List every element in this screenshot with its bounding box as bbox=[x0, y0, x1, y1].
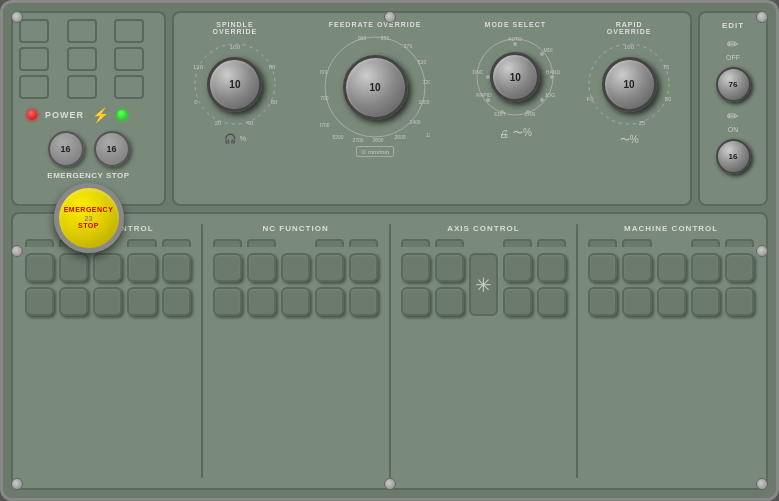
mode-wave-icon: 〜% bbox=[513, 126, 532, 140]
svg-text:RAPID: RAPID bbox=[477, 92, 493, 98]
spindle-btn-8[interactable] bbox=[93, 287, 122, 316]
joystick-star-icon: ✳ bbox=[475, 275, 492, 295]
nc-tab-2 bbox=[247, 239, 276, 247]
grid-btn-1[interactable] bbox=[19, 19, 49, 43]
machine-btn-9[interactable] bbox=[691, 287, 720, 316]
edit-on-knob[interactable]: 16 bbox=[716, 139, 751, 174]
screw-bm bbox=[384, 478, 396, 490]
nc-btn-1[interactable] bbox=[213, 253, 242, 282]
machine-btn-2[interactable] bbox=[622, 253, 651, 282]
grid-btn-4[interactable] bbox=[19, 47, 49, 71]
spindle-unit: % bbox=[240, 135, 246, 142]
machine-btn-8[interactable] bbox=[657, 287, 686, 316]
grid-btn-3[interactable] bbox=[114, 19, 144, 43]
nc-btn-10[interactable] bbox=[349, 287, 378, 316]
spindle-btn-1[interactable] bbox=[25, 253, 54, 282]
mode-select-knob-area: AUTO MDI HANDLE JOG DNC RAPID EDIT ZRN bbox=[470, 32, 560, 122]
power-btn-right-value: 16 bbox=[106, 144, 116, 154]
spindle-btn-6[interactable] bbox=[25, 287, 54, 316]
axis-btn-9[interactable] bbox=[503, 287, 532, 316]
mode-select-knob[interactable]: 10 bbox=[490, 52, 540, 102]
svg-text:370: 370 bbox=[404, 43, 413, 49]
nc-tab-3 bbox=[315, 239, 344, 247]
nc-btn-9[interactable] bbox=[315, 287, 344, 316]
axis-btn-4[interactable] bbox=[503, 253, 532, 282]
svg-point-36 bbox=[540, 98, 544, 102]
machine-btn-6[interactable] bbox=[588, 287, 617, 316]
grid-btn-6[interactable] bbox=[114, 47, 144, 71]
main-controls: SPINDLEOVERRIDE 100 80 60 40 20 0 120 bbox=[172, 11, 692, 206]
machine-btn-3[interactable] bbox=[657, 253, 686, 282]
svg-text:0: 0 bbox=[194, 99, 198, 105]
axis-btn-1[interactable] bbox=[401, 253, 430, 282]
spindle-btn-5[interactable] bbox=[162, 253, 191, 282]
svg-text:DNC: DNC bbox=[473, 69, 484, 75]
axis-joystick[interactable]: ✳ bbox=[469, 253, 498, 316]
edit-on-group: ✏ ON bbox=[727, 108, 739, 133]
svg-point-34 bbox=[540, 52, 544, 56]
svg-text:1400: 1400 bbox=[410, 119, 421, 125]
machine-btn-4[interactable] bbox=[691, 253, 720, 282]
emergency-text-line3: STOP bbox=[78, 222, 99, 230]
nc-btn-5[interactable] bbox=[349, 253, 378, 282]
spindle-btn-10[interactable] bbox=[162, 287, 191, 316]
machine-btn-1[interactable] bbox=[588, 253, 617, 282]
grid-btn-8[interactable] bbox=[67, 75, 97, 99]
spindle-btn-3[interactable] bbox=[93, 253, 122, 282]
spindle-btn-7[interactable] bbox=[59, 287, 88, 316]
axis-btn-5[interactable] bbox=[537, 253, 566, 282]
power-btn-right[interactable]: 16 bbox=[94, 131, 130, 167]
axis-btn-6[interactable] bbox=[401, 287, 430, 316]
grid-btn-5[interactable] bbox=[67, 47, 97, 71]
svg-text:25: 25 bbox=[639, 120, 646, 126]
nc-btn-2[interactable] bbox=[247, 253, 276, 282]
axis-btn-10[interactable] bbox=[537, 287, 566, 316]
axis-tab-row bbox=[401, 239, 567, 247]
axis-btn-7[interactable] bbox=[435, 287, 464, 316]
nc-btn-4[interactable] bbox=[315, 253, 344, 282]
svg-point-33 bbox=[513, 42, 517, 46]
spindle-btn-2[interactable] bbox=[59, 253, 88, 282]
edit-knob[interactable]: 76 bbox=[716, 67, 751, 102]
machine-btn-7[interactable] bbox=[622, 287, 651, 316]
svg-point-40 bbox=[526, 110, 530, 114]
nc-tab-row bbox=[213, 239, 379, 247]
rapid-override-knob[interactable]: 10 bbox=[602, 57, 657, 112]
grid-btn-2[interactable] bbox=[67, 19, 97, 43]
screw-tm bbox=[384, 11, 396, 23]
svg-text:40: 40 bbox=[247, 120, 254, 126]
nc-btn-8[interactable] bbox=[281, 287, 310, 316]
grid-btn-9[interactable] bbox=[114, 75, 144, 99]
machine-tab-1 bbox=[588, 239, 617, 247]
machine-btn-10[interactable] bbox=[725, 287, 754, 316]
spindle-btn-4[interactable] bbox=[127, 253, 156, 282]
power-led-green bbox=[117, 110, 127, 120]
svg-text:3700: 3700 bbox=[320, 122, 330, 128]
feedrate-override-knob[interactable]: 10 bbox=[343, 55, 408, 120]
mode-select-title: MODE SELECT bbox=[485, 21, 547, 28]
svg-text:HANDLE: HANDLE bbox=[546, 69, 560, 75]
axis-tab-1 bbox=[401, 239, 430, 247]
svg-text:2600: 2600 bbox=[373, 137, 384, 142]
power-btn-left-value: 16 bbox=[60, 144, 70, 154]
spindle-override-knob[interactable]: 10 bbox=[207, 57, 262, 112]
edit-pencil2-icon: ✏ bbox=[727, 108, 739, 124]
mode-select-section: MODE SELECT AUTO MDI HANDLE JOG DNC RAPI… bbox=[462, 21, 568, 196]
emergency-stop-label: EMERGENCY STOP bbox=[47, 171, 129, 180]
button-grid-top bbox=[19, 19, 158, 99]
svg-text:MDI: MDI bbox=[544, 47, 553, 53]
nc-btn-7[interactable] bbox=[247, 287, 276, 316]
screw-tr bbox=[756, 11, 768, 23]
nc-btn-3[interactable] bbox=[281, 253, 310, 282]
nc-tab-1 bbox=[213, 239, 242, 247]
nc-btn-6[interactable] bbox=[213, 287, 242, 316]
power-btn-left[interactable]: 16 bbox=[48, 131, 84, 167]
spindle-btn-9[interactable] bbox=[127, 287, 156, 316]
axis-tab-4 bbox=[537, 239, 566, 247]
machine-btn-5[interactable] bbox=[725, 253, 754, 282]
grid-btn-7[interactable] bbox=[19, 75, 49, 99]
svg-text:50: 50 bbox=[665, 96, 672, 102]
emergency-stop-button[interactable]: EMERGENCY 23 STOP bbox=[54, 183, 124, 253]
rapid-override-section: RAPIDOVERRIDE 100 75 50 25 F0 10 〜 bbox=[576, 21, 682, 196]
axis-btn-2[interactable] bbox=[435, 253, 464, 282]
